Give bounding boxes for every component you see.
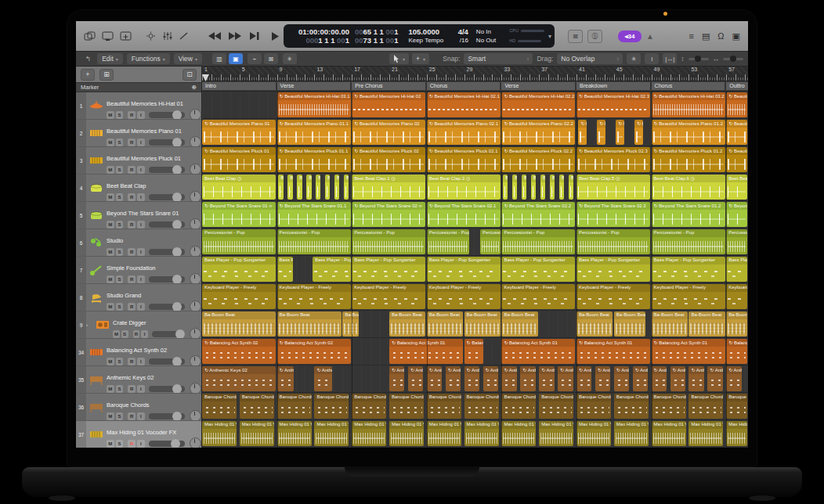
- region[interactable]: Beet Beat Clap: [278, 175, 283, 200]
- snap-collision-icon[interactable]: ✳: [627, 53, 641, 64]
- track-header-row[interactable]: 6StudioMSRI: [76, 229, 201, 257]
- lcd-display[interactable]: 01:00:00:00.00 0001 1 1 001 0065 1 1 001…: [284, 24, 555, 48]
- ruler-ticks[interactable]: [202, 74, 748, 81]
- region[interactable]: ↻ Beautiful Memories Pluck 01.2: [652, 147, 725, 172]
- region[interactable]: Bass Player - Pop Songwriter: [202, 257, 276, 282]
- region[interactable]: Percussionist - Pop: [352, 229, 425, 254]
- vertical-zoom-slider[interactable]: [688, 58, 709, 60]
- crossfade-icon[interactable]: I: [645, 53, 659, 64]
- drag-select[interactable]: No Overlap↕: [557, 53, 623, 64]
- region[interactable]: ↻ Anthemic Keys 02: [688, 366, 703, 391]
- track-header-row[interactable]: 8Studio GrandMSRI: [76, 284, 201, 311]
- region[interactable]: Baroque Chords: [277, 394, 312, 419]
- region[interactable]: Max Hiding 01 Vocoder FX: [539, 421, 573, 446]
- region[interactable]: ↻ Beautiful Memories Hi-Hat 02: [352, 92, 425, 117]
- region[interactable]: ↻ Beyond The Stars Snare 01.2: [652, 202, 725, 227]
- metronome-icon[interactable]: ▲: [646, 32, 654, 41]
- track-lane[interactable]: ↻ Beyond The Stars Snare 01 ∞↻ Beyond Th…: [202, 201, 748, 229]
- region[interactable]: Percussionist - Pop: [576, 229, 650, 254]
- solo-button[interactable]: S: [116, 111, 124, 119]
- region[interactable]: Keyboard Player - Freely: [202, 284, 276, 309]
- mute-button[interactable]: M: [107, 193, 114, 201]
- play-button[interactable]: [269, 31, 282, 41]
- region[interactable]: ↻ Beautiful Memories Piano 02.2: [501, 120, 575, 145]
- horizontal-zoom-slider[interactable]: [723, 58, 743, 60]
- region[interactable]: Ba-Boom Beat: [342, 311, 359, 337]
- region[interactable]: Ba-Boom Beat: [202, 311, 276, 337]
- volume-slider[interactable]: [149, 139, 185, 146]
- region[interactable]: Max Hiding 01 Vocoder FX: [726, 421, 747, 446]
- region[interactable]: ↻ Anthemic Keys 02: [427, 366, 442, 391]
- region[interactable]: Baroque Chords: [539, 394, 573, 419]
- region[interactable]: Percussionist - Pop: [202, 229, 276, 254]
- region[interactable]: Ba-Boom Beat: [389, 311, 425, 337]
- track-name[interactable]: Crate Digger: [113, 319, 146, 326]
- region[interactable]: Beet Beat Clap.5 ◷: [576, 175, 650, 200]
- region[interactable]: Max Hiding 01 Vocoder FX: [389, 421, 424, 446]
- track-name[interactable]: Studio Grand: [107, 292, 141, 299]
- track-header-row[interactable]: 34Balancing Act Synth 02MSRI: [76, 339, 201, 366]
- record-enable-button[interactable]: R: [128, 221, 136, 229]
- region[interactable]: ↻ Anthemic Keys 02: [202, 366, 276, 391]
- arrangement-marker[interactable]: Intro: [202, 82, 277, 90]
- pan-knob[interactable]: [190, 191, 201, 201]
- dim-icon[interactable]: [146, 31, 156, 41]
- region[interactable]: Ba-Boom Beat: [614, 311, 645, 337]
- region[interactable]: Bass Player - Pop Songwriter: [652, 257, 725, 282]
- pan-knob[interactable]: [190, 109, 201, 119]
- track-lane[interactable]: ↻ Balancing Act Synth 02↻ Balancing Act …: [202, 338, 748, 365]
- region[interactable]: ↻ Balancing Act Synth 02: [202, 339, 276, 364]
- region[interactable]: Max Hiding 01 Vocoder FX: [352, 421, 386, 446]
- volume-slider[interactable]: [149, 112, 185, 118]
- go-to-end-button[interactable]: [248, 31, 262, 41]
- mixer-faders-icon[interactable]: [162, 31, 172, 41]
- region[interactable]: Beet Beat Clap.1 ◷: [352, 175, 425, 200]
- region[interactable]: ↻ Anthemic Keys 02: [558, 366, 573, 391]
- pan-knob[interactable]: [190, 136, 201, 146]
- record-enable-button[interactable]: R: [128, 303, 136, 311]
- add-track-button[interactable]: +: [81, 69, 95, 81]
- track-header-row[interactable]: 5Beyond The Stars Snare 01MSRI: [76, 202, 201, 229]
- volume-slider[interactable]: [149, 386, 185, 392]
- region[interactable]: Ba-Boom Beat: [277, 311, 342, 337]
- media-browser-icon[interactable]: ▣: [732, 31, 740, 41]
- region[interactable]: Ba-Boom Beat: [501, 311, 537, 337]
- input-monitor-button[interactable]: I: [137, 412, 145, 420]
- track-lane[interactable]: Ba-Boom BeatBa-Boom BeatBa-Boom BeatBa-B…: [202, 311, 748, 338]
- region[interactable]: ↻ Beautiful Memories Hi-Hat 03.1: [277, 92, 351, 117]
- region[interactable]: Baroque Chords: [240, 394, 274, 419]
- track-name[interactable]: Beautiful Memories Piano 01: [107, 128, 182, 135]
- region[interactable]: Ba-Boom Beat: [464, 311, 501, 337]
- region[interactable]: Baroque Chords: [202, 394, 237, 419]
- edit-menu[interactable]: Edit▾: [97, 53, 123, 64]
- region[interactable]: ↻ Beyond The Stars Snare 02 ∞: [352, 202, 425, 227]
- pan-knob[interactable]: [190, 246, 201, 256]
- region[interactable]: ↻ Beautiful Memories Pluck 01: [202, 147, 276, 172]
- solo-button[interactable]: S: [116, 166, 124, 174]
- region[interactable]: Percussionist - Pop: [277, 229, 351, 254]
- track-lane[interactable]: Keyboard Player - FreelyKeyboard Player …: [202, 283, 748, 311]
- region[interactable]: Beet Beat Clap.6 ◷: [652, 175, 725, 200]
- mute-button[interactable]: M: [107, 303, 114, 311]
- region[interactable]: Baroque Chords: [688, 394, 723, 419]
- pan-knob[interactable]: [190, 328, 201, 338]
- region[interactable]: Keyboard Player - Freely: [277, 284, 351, 309]
- track-name[interactable]: Anthemic Keys 02: [107, 374, 154, 381]
- region[interactable]: ↻ Beautiful Memories Pluck 01.1: [277, 147, 351, 172]
- pan-knob[interactable]: [190, 301, 201, 311]
- region[interactable]: Max Hiding 01 Vocoder FX: [464, 421, 499, 446]
- volume-slider[interactable]: [149, 221, 185, 228]
- list-editors-icon[interactable]: ≡: [689, 31, 694, 41]
- region[interactable]: Keyboard Player - Freely: [352, 284, 425, 309]
- region[interactable]: ↻ Beautiful Memories Piano 02: [352, 120, 425, 145]
- region[interactable]: Beet Beat Clap: [334, 175, 339, 200]
- track-name[interactable]: Balancing Act Synth 02: [107, 347, 167, 354]
- record-enable-button[interactable]: R: [128, 111, 136, 119]
- region[interactable]: ↻ Anthemic Keys 02: [520, 366, 535, 391]
- region[interactable]: Ba-Boom Beat: [726, 311, 747, 337]
- volume-slider[interactable]: [149, 276, 185, 283]
- track-header-row[interactable]: 7Simple FoundationMSRI: [76, 257, 201, 284]
- region[interactable]: ↻ Anthemic Keys 02: [576, 366, 591, 391]
- region[interactable]: ↻ Beautiful Memories Hi-Hat 03.3: [726, 92, 747, 117]
- region[interactable]: ↻ Beyond The Stars Snare 01 ∞: [202, 202, 276, 227]
